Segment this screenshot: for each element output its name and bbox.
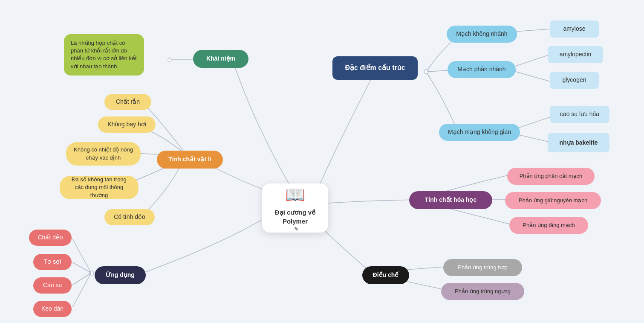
node-keo-dan[interactable]: Keo dán — [33, 301, 72, 317]
amylose-label: amylose — [563, 25, 585, 33]
svg-line-5 — [72, 239, 91, 272]
node-dieu-che[interactable]: Điều chế — [362, 266, 409, 284]
phan-ung-tang-mach-label: Phản ứng tăng mạch — [523, 221, 575, 229]
node-amylose[interactable]: amylose — [550, 20, 599, 38]
center-node[interactable]: 📖 Đại cương về Polymer ✎ — [262, 183, 328, 233]
node-to-soi[interactable]: Tơ sợi — [33, 254, 72, 270]
tinh-chat-vl-label: Tính chất vật lí — [168, 155, 211, 164]
node-tinh-chat-vl[interactable]: Tính chất vật lí — [157, 151, 223, 169]
node-trung-hop[interactable]: Phản ứng trùng hợp — [443, 259, 522, 276]
book-icon: 📖 — [285, 183, 305, 206]
trung-hop-label: Phản ứng trùng hợp — [458, 264, 508, 271]
node-da-so-khong-tan[interactable]: Đa số không tan trong các dung môi thông… — [60, 176, 139, 199]
node-co-tinh-deo[interactable]: Có tính dẻo — [104, 209, 155, 225]
node-cao-su[interactable]: Cao su — [33, 277, 72, 294]
node-dac-diem-ct[interactable]: Đặc điểm cấu trúc — [332, 56, 418, 80]
dieu-che-label: Điều chế — [373, 271, 399, 279]
node-khai-niem-desc[interactable]: Là những hợp chất có phân tử khối rất lớ… — [64, 34, 144, 76]
svg-line-7 — [72, 273, 91, 285]
svg-line-14 — [511, 55, 550, 67]
amylopectin-label: amylopectin — [560, 50, 592, 59]
node-glycogen[interactable]: glycogen — [550, 72, 599, 89]
node-mach-khong-nhanh[interactable]: Mạch không nhánh — [447, 26, 517, 43]
node-mach-mang[interactable]: Mạch mạng không gian — [439, 124, 520, 141]
svg-point-4 — [90, 271, 94, 275]
node-khai-niem[interactable]: Khái niệm — [193, 50, 248, 68]
co-tinh-deo-label: Có tính dẻo — [114, 213, 145, 221]
mindmap-container: 📖 Đại cương về Polymer ✎ Khái niệm Là nh… — [0, 0, 644, 323]
node-nhua-bakelite[interactable]: nhựa bakelite — [548, 133, 609, 152]
svg-line-8 — [72, 274, 91, 307]
node-tinh-chat-hh[interactable]: Tính chất hóa học — [409, 191, 492, 209]
svg-line-15 — [511, 70, 552, 82]
dac-diem-ct-label: Đặc điểm cấu trúc — [345, 63, 405, 73]
phan-ung-phan-cat-label: Phản ứng phân cắt mạch — [520, 172, 583, 180]
trung-ngung-label: Phản ứng trùng ngưng — [455, 288, 511, 295]
phan-ung-giu-nguyen-label: Phản ứng giữ nguyên mạch — [519, 197, 587, 204]
cao-su-luu-hoa-label: cao su lưu hóa — [560, 110, 599, 119]
da-so-khong-tan-label: Đa số không tan trong các dung môi thông… — [67, 176, 131, 199]
node-phan-ung-tang-mach[interactable]: Phản ứng tăng mạch — [509, 217, 588, 234]
svg-point-1 — [168, 58, 171, 61]
mach-mang-label: Mạch mạng không gian — [448, 128, 511, 137]
tinh-chat-hh-label: Tính chất hóa học — [425, 196, 477, 204]
glycogen-label: glycogen — [562, 76, 586, 84]
node-chat-deo[interactable]: Chất dẻo — [29, 230, 72, 246]
node-amylopectin[interactable]: amylopectin — [548, 46, 603, 63]
to-soi-label: Tơ sợi — [44, 258, 61, 266]
keo-dan-label: Keo dán — [41, 305, 64, 313]
chat-deo-label: Chất dẻo — [38, 233, 63, 242]
nhua-bakelite-label: nhựa bakelite — [560, 139, 598, 147]
ung-dung-label: Ứng dụng — [106, 271, 135, 279]
node-trung-ngung[interactable]: Phản ứng trùng ngưng — [441, 283, 524, 300]
mach-phan-nhanh-label: Mạch phân nhánh — [457, 65, 505, 74]
node-khong-nhiet-do[interactable]: Không có nhiệt độ nóng chảy xác định — [66, 142, 141, 166]
edit-icon[interactable]: ✎ — [294, 226, 298, 233]
node-khong-bay-hoi[interactable]: Không bay hơi — [98, 116, 156, 133]
center-title: Đại cương về Polymer — [270, 208, 321, 226]
cao-su-label: Cao su — [43, 281, 62, 290]
node-ung-dung[interactable]: Ứng dụng — [95, 266, 146, 284]
mach-khong-nhanh-label: Mạch không nhánh — [456, 30, 507, 38]
svg-point-9 — [424, 70, 428, 74]
node-mach-phan-nhanh[interactable]: Mạch phân nhánh — [448, 61, 516, 78]
khong-nhiet-do-label: Không có nhiệt độ nóng chảy xác định — [74, 146, 133, 161]
chat-ran-label: Chất rắn — [116, 98, 140, 106]
khai-niem-desc-text: Là những hợp chất có phân tử khối rất lớ… — [71, 39, 137, 70]
khai-niem-label: Khái niệm — [206, 55, 235, 63]
node-phan-ung-giu-nguyen[interactable]: Phản ứng giữ nguyên mạch — [505, 192, 601, 209]
svg-line-6 — [72, 262, 91, 273]
node-cao-su-luu-hoa[interactable]: cao su lưu hóa — [550, 106, 609, 123]
node-phan-ung-phan-cat[interactable]: Phản ứng phân cắt mạch — [507, 168, 595, 185]
node-chat-ran[interactable]: Chất rắn — [104, 94, 151, 110]
khong-bay-hoi-label: Không bay hơi — [107, 120, 146, 129]
